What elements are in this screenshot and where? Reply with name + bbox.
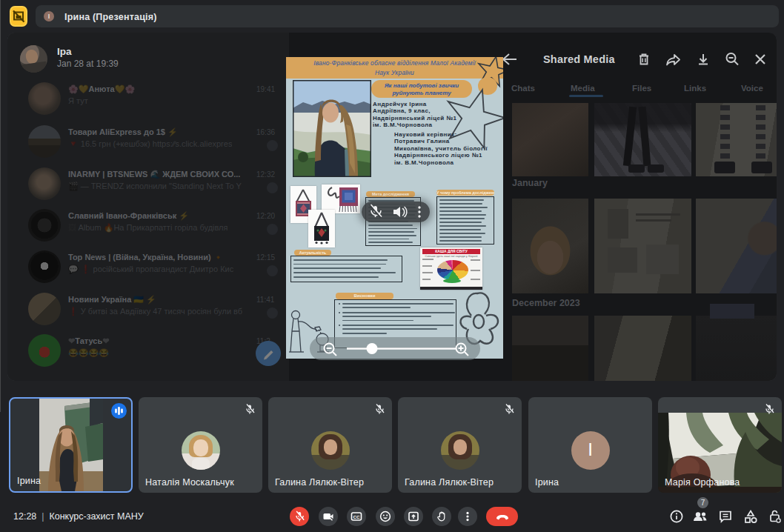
svg-text:CC: CC xyxy=(353,514,360,519)
